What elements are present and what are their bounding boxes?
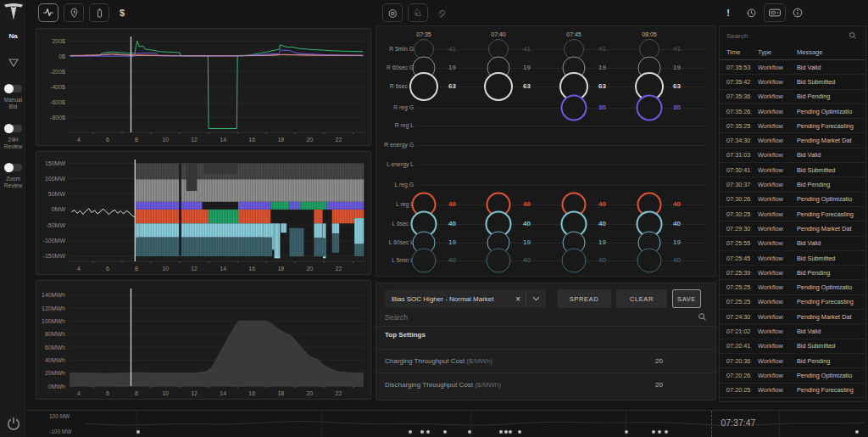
filter-icon[interactable]: [8, 56, 19, 66]
bid-value: 40: [673, 220, 681, 227]
log-row[interactable]: 07:30:26WorkflowPending Optimizatio: [720, 193, 865, 207]
log-search-input[interactable]: [720, 32, 849, 40]
flash-pin-button[interactable]: [64, 3, 84, 22]
log-row[interactable]: 07:20:36WorkflowBid Pending: [720, 354, 865, 368]
timeline-event-dot[interactable]: [652, 430, 655, 434]
log-message: Bid Pending: [797, 269, 865, 277]
target-button[interactable]: ◎: [382, 3, 403, 22]
24h-review-switch[interactable]: [5, 125, 22, 132]
log-row[interactable]: 07:25:25WorkflowPending Optimizatio: [720, 280, 865, 294]
log-row[interactable]: 07:24:30WorkflowPending Market Dat: [720, 310, 865, 324]
timeline-event-dot[interactable]: [855, 430, 859, 434]
log-type: Workflow: [758, 386, 797, 394]
alert-icon[interactable]: !: [722, 3, 734, 22]
save-button[interactable]: SAVE: [672, 289, 701, 308]
log-row[interactable]: 07:20:25WorkflowPending Forecasting: [720, 384, 865, 398]
bid-row-label-r-reg-l: R reg L: [376, 122, 414, 128]
power-icon[interactable]: [5, 416, 22, 433]
log-message: Bid Pending: [797, 181, 865, 188]
log-row[interactable]: 07:35:26WorkflowPending Optimizatio: [720, 104, 865, 119]
row-line: [417, 49, 707, 50]
log-row[interactable]: 07:25:39WorkflowBid Pending: [720, 266, 865, 280]
log-row[interactable]: 07:25:45WorkflowBid Submitted: [720, 251, 865, 266]
timeline-event-dot[interactable]: [426, 430, 430, 434]
log-row[interactable]: 07:35:42WorkflowBid Submitted: [720, 75, 865, 89]
svg-text:-100MW: -100MW: [43, 238, 66, 244]
bid-circle[interactable]: [637, 95, 663, 121]
log-row[interactable]: 07:35:25WorkflowPending Forecasting: [720, 119, 865, 133]
preset-select[interactable]: Bias SOC Higher - Normal Market ×: [385, 289, 546, 308]
settings-search-input[interactable]: [376, 313, 698, 322]
log-row[interactable]: 07:30:37WorkflowBid Pending: [720, 177, 865, 192]
timeline-event-dot[interactable]: [504, 430, 508, 434]
timeline-event-dot[interactable]: [665, 430, 668, 434]
bid-circle[interactable]: [637, 249, 662, 273]
bid-circle[interactable]: [487, 249, 511, 273]
bid-circle[interactable]: [484, 72, 513, 101]
timeline-event-dot[interactable]: [468, 430, 471, 434]
tesla-logo-icon[interactable]: [3, 3, 24, 23]
bid-circle[interactable]: [412, 249, 437, 273]
log-type: Workflow: [758, 166, 797, 174]
battery-button[interactable]: [89, 3, 109, 22]
timeline-event-dot[interactable]: [509, 430, 512, 434]
setting-unit: ($/MWh): [475, 381, 501, 389]
log-row[interactable]: 07:29:30WorkflowPending Market Dat: [720, 221, 865, 236]
timeline-event-dot[interactable]: [409, 430, 412, 434]
log-row[interactable]: 07:31:03WorkflowBid Valid: [720, 148, 865, 163]
log-time: 07:34:30: [720, 137, 758, 144]
bid-circle[interactable]: [562, 249, 587, 273]
bid-value: 40: [598, 200, 606, 208]
timeline-event-dot[interactable]: [136, 430, 140, 434]
toggle-manual-bid: Manual Bid: [0, 85, 26, 110]
bid-circle[interactable]: [409, 72, 438, 101]
log-time: 07:30:26: [720, 195, 758, 203]
zoom-review-switch[interactable]: [5, 164, 22, 171]
knight-button[interactable]: ♘: [408, 3, 428, 22]
svg-text:-50MW: -50MW: [46, 222, 65, 228]
timeline-event-dot[interactable]: [443, 430, 447, 434]
bid-row-label-r-5min-g: R 5min G: [376, 46, 414, 52]
timeline-event-dot[interactable]: [499, 430, 503, 434]
svg-text:4: 4: [77, 266, 81, 272]
log-row[interactable]: 07:25:25WorkflowPending Forecasting: [720, 295, 865, 310]
log-row[interactable]: 07:30:25WorkflowPending Forecasting: [720, 207, 865, 221]
card-button[interactable]: [764, 3, 786, 22]
log-type: Workflow: [758, 283, 797, 291]
bid-row-label-l-energy-l: L energy L: [376, 161, 414, 167]
timeline-event-dot[interactable]: [625, 430, 628, 434]
chevron-down-icon[interactable]: [526, 296, 546, 301]
setting-row-charging-throughput-cost-[interactable]: Charging Throughput Cost ($/MWh)20: [376, 349, 715, 373]
info-icon[interactable]: [790, 3, 805, 22]
log-row[interactable]: 07:30:41WorkflowBid Submitted: [720, 163, 865, 177]
timeline-scrubber[interactable]: 07:37:47: [85, 411, 866, 437]
setting-value[interactable]: 20: [655, 381, 715, 389]
spread-button[interactable]: SPREAD: [557, 289, 611, 308]
setting-value[interactable]: 20: [655, 357, 715, 365]
log-row[interactable]: 07:20:41WorkflowBid Submitted: [720, 339, 865, 354]
log-row[interactable]: 07:35:53WorkflowBid Valid: [720, 60, 865, 75]
history-icon[interactable]: [743, 3, 759, 22]
log-time: 07:25:25: [720, 283, 758, 291]
clear-preset-icon[interactable]: ×: [510, 294, 526, 304]
log-row[interactable]: 07:20:26WorkflowPending Optimizatio: [720, 368, 865, 383]
dollar-icon[interactable]: $: [115, 3, 129, 22]
timeline-event-dot[interactable]: [420, 430, 424, 434]
svg-text:80MWh: 80MWh: [45, 331, 65, 337]
site-label: Na: [0, 32, 26, 40]
setting-row-discharging-throughput-cost-[interactable]: Discharging Throughput Cost ($/MWh)20: [376, 373, 715, 396]
tipped-knight-icon[interactable]: ♘: [433, 3, 448, 22]
search-icon: [849, 28, 857, 43]
timeline-event-dot[interactable]: [518, 430, 521, 434]
log-type: Workflow: [758, 342, 797, 350]
log-row[interactable]: 07:25:55WorkflowBid Valid: [720, 237, 865, 251]
svg-text:40MWh: 40MWh: [45, 357, 65, 363]
clear-button[interactable]: CLEAR: [616, 289, 667, 308]
log-row[interactable]: 07:35:36WorkflowBid Pending: [720, 90, 865, 104]
log-row[interactable]: 07:34:30WorkflowPending Market Dat: [720, 133, 865, 148]
manual-bid-switch[interactable]: [5, 85, 22, 92]
price-curves-button[interactable]: [38, 3, 58, 22]
timeline-event-dot[interactable]: [658, 430, 661, 434]
log-row[interactable]: 07:21:02WorkflowBid Valid: [720, 324, 865, 339]
bid-circle[interactable]: [561, 95, 587, 121]
